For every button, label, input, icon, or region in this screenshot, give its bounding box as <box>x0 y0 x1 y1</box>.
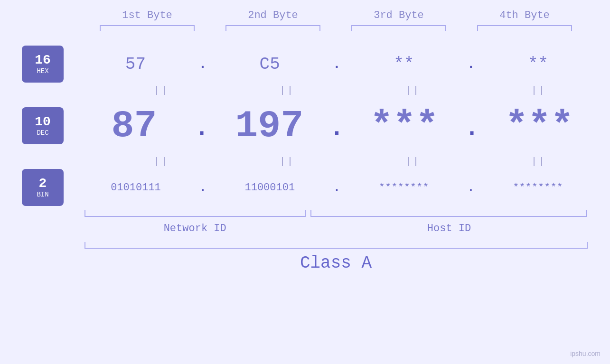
top-brackets <box>84 25 588 31</box>
watermark: ipshu.com <box>570 350 601 357</box>
id-section: Network ID Host ID <box>84 210 588 234</box>
hex-value-4: ** <box>528 55 548 74</box>
hex-badge-label: HEX <box>37 67 48 75</box>
bracket-3 <box>351 25 446 31</box>
dec-value-4: *** <box>505 104 573 148</box>
network-bracket <box>84 210 306 217</box>
dec-badge-number: 10 <box>35 115 51 130</box>
byte-header-1: 1st Byte <box>95 9 199 21</box>
dec-dot-1: . <box>195 115 209 142</box>
bin-badge-number: 2 <box>39 177 47 191</box>
host-id-label: Host ID <box>310 223 587 234</box>
equals-row-1: || || || || <box>99 83 602 97</box>
dec-value-1: 87 <box>112 104 157 148</box>
equals-1-1: || <box>109 85 214 96</box>
bin-byte-3: ******** <box>352 182 456 194</box>
dec-byte-3: *** <box>352 104 457 148</box>
id-labels: Network ID Host ID <box>84 223 588 234</box>
equals-2-2: || <box>235 156 339 167</box>
bin-value-1: 01010111 <box>111 182 161 194</box>
equals-row-2: || || || || <box>99 154 602 168</box>
bin-value-4: ******** <box>513 182 563 194</box>
host-bracket <box>310 210 587 217</box>
hex-row: 16 HEX 57 . C5 . ** . ** <box>0 45 610 83</box>
hex-values: 57 . C5 . ** . ** <box>64 55 610 74</box>
bin-values: 01010111 . 11000101 . ******** . *******… <box>64 181 610 194</box>
hex-byte-2: C5 <box>217 55 322 74</box>
byte-header-4: 4th Byte <box>472 9 577 21</box>
dec-value-2: 197 <box>235 104 303 148</box>
dec-row: 10 DEC 87 . 197 . *** . *** <box>0 97 610 154</box>
bin-value-3: ******** <box>379 182 429 194</box>
hex-value-2: C5 <box>260 55 280 74</box>
dec-badge: 10 DEC <box>22 107 64 144</box>
hex-dot-3: . <box>467 57 475 72</box>
bin-byte-2: 11000101 <box>217 182 322 194</box>
bracket-1 <box>100 25 195 31</box>
class-bracket <box>84 242 588 249</box>
bin-byte-4: ******** <box>486 182 590 194</box>
dec-dot-2: . <box>329 115 344 142</box>
hex-badge: 16 HEX <box>22 46 64 83</box>
bin-badge: 2 BIN <box>22 169 64 206</box>
class-label: Class A <box>300 253 372 273</box>
id-brackets <box>84 210 588 220</box>
hex-dot-1: . <box>198 57 206 72</box>
hex-value-3: ** <box>394 55 414 74</box>
dec-values: 87 . 197 . *** . *** <box>64 104 610 148</box>
dec-byte-1: 87 <box>82 104 187 148</box>
main-container: 1st Byte 2nd Byte 3rd Byte 4th Byte 16 H… <box>0 0 610 364</box>
hex-dot-2: . <box>333 57 341 72</box>
bin-badge-label: BIN <box>37 191 48 198</box>
hex-value-1: 57 <box>125 55 146 74</box>
network-id-label: Network ID <box>84 223 306 234</box>
equals-2-4: || <box>487 156 591 167</box>
byte-header-2: 2nd Byte <box>221 9 325 21</box>
bin-dot-1: . <box>199 181 206 194</box>
hex-byte-4: ** <box>486 55 591 74</box>
hex-byte-1: 57 <box>83 55 188 74</box>
byte-header-3: 3rd Byte <box>347 9 451 21</box>
equals-2-1: || <box>109 156 214 167</box>
dec-byte-4: *** <box>487 104 591 148</box>
equals-1-2: || <box>235 85 339 96</box>
bin-dot-2: . <box>333 181 340 194</box>
dec-badge-label: DEC <box>37 129 48 137</box>
bin-value-2: 11000101 <box>245 182 295 194</box>
byte-headers: 1st Byte 2nd Byte 3rd Byte 4th Byte <box>84 9 588 21</box>
class-section: Class A <box>84 242 588 273</box>
dec-value-3: *** <box>370 104 439 148</box>
equals-1-4: || <box>487 85 591 96</box>
bin-dot-3: . <box>468 181 474 194</box>
hex-badge-number: 16 <box>35 53 51 68</box>
bin-byte-1: 01010111 <box>84 182 188 194</box>
dec-dot-3: . <box>465 115 479 142</box>
bracket-4 <box>477 25 572 31</box>
hex-byte-3: ** <box>352 55 456 74</box>
dec-byte-2: 197 <box>217 104 321 148</box>
equals-1-3: || <box>361 85 465 96</box>
bin-row: 2 BIN 01010111 . 11000101 . ******** . *… <box>0 168 610 206</box>
equals-2-3: || <box>361 156 465 167</box>
bracket-2 <box>225 25 320 31</box>
